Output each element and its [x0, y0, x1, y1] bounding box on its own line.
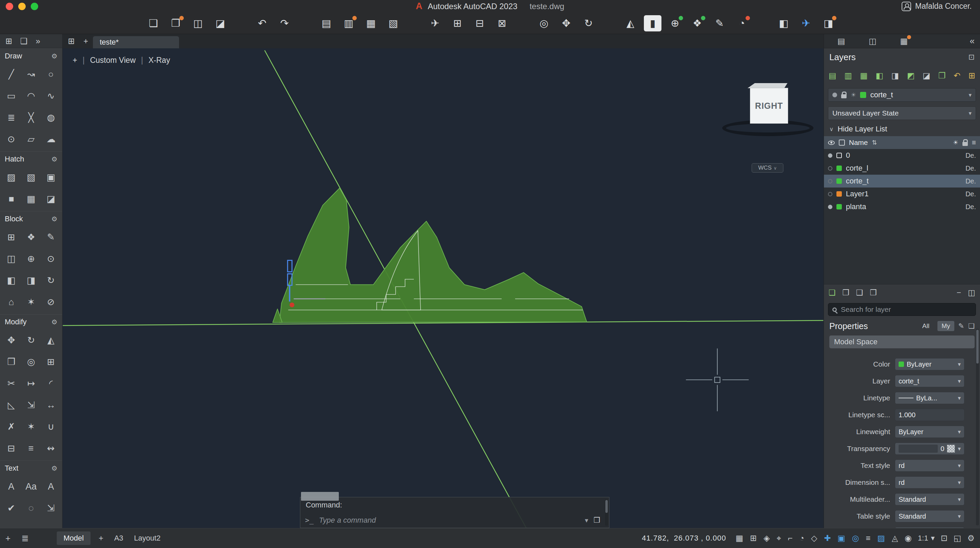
- property-value-control[interactable]: Standard ▾: [895, 510, 964, 523]
- layer-name[interactable]: 0: [846, 151, 961, 160]
- attach-reference[interactable]: ⊟: [471, 15, 488, 32]
- stretch-tool[interactable]: ↔: [46, 400, 56, 411]
- close-button[interactable]: [6, 3, 13, 10]
- line-tool[interactable]: ╱: [8, 69, 14, 80]
- redo[interactable]: ↷: [276, 15, 293, 32]
- layer-color-swatch[interactable]: [837, 191, 842, 197]
- 3d-object-snap[interactable]: ◉: [905, 534, 912, 543]
- gear-icon[interactable]: ⚙: [51, 52, 57, 60]
- layer-color-swatch[interactable]: [837, 204, 842, 209]
- polyline-tool[interactable]: ↝: [27, 69, 35, 80]
- measure[interactable]: ◭: [622, 15, 639, 32]
- single-text-tool[interactable]: Aa: [25, 481, 37, 492]
- save-drawing[interactable]: ◫: [189, 15, 207, 32]
- layer-color-swatch[interactable]: [837, 153, 842, 158]
- palette-tab-blocks[interactable]: ▦: [900, 37, 908, 46]
- section-header-hatch[interactable]: Hatch ⚙: [0, 152, 62, 167]
- collapse-panel-icon[interactable]: «: [970, 36, 975, 46]
- section-header-modify[interactable]: Modify ⚙: [0, 315, 62, 330]
- save-as[interactable]: ◪: [212, 15, 229, 32]
- fillet-tool[interactable]: ◜: [49, 378, 52, 389]
- view-grid-icon[interactable]: ⊞: [68, 37, 75, 46]
- spell-check-tool[interactable]: ✔: [8, 503, 15, 513]
- filter-my-button[interactable]: My: [937, 321, 954, 331]
- layer-match-icon[interactable]: ❐: [939, 71, 946, 80]
- layer-name[interactable]: Layer1: [846, 190, 961, 198]
- model-tab[interactable]: Model: [57, 531, 91, 545]
- quick-properties-icon[interactable]: ✎: [958, 322, 964, 330]
- palette-tab-layers[interactable]: ▤: [837, 37, 845, 46]
- user-account[interactable]: Mafalda Concer.: [902, 2, 980, 11]
- ortho-mode[interactable]: ⌐: [788, 534, 792, 543]
- annotation-scale-dropdown[interactable]: 1:1 ▾: [918, 534, 935, 543]
- new-layout-icon[interactable]: +: [99, 534, 103, 543]
- layer-freeze-icon[interactable]: ▦: [860, 71, 868, 80]
- separate-hatch-tool[interactable]: ◪: [47, 194, 56, 204]
- create-block-tool[interactable]: ❖: [27, 232, 35, 242]
- clean-screen-icon[interactable]: ◱: [954, 534, 961, 543]
- ellipse-tool[interactable]: ◍: [47, 112, 55, 123]
- layer-row[interactable]: planta De.: [824, 200, 980, 213]
- open-drawing[interactable]: ❐: [167, 15, 185, 32]
- viewport-menu-button[interactable]: +: [73, 56, 77, 65]
- layer-row[interactable]: 0 De.: [824, 149, 980, 162]
- solid-fill-tool[interactable]: ■: [8, 194, 14, 204]
- hatch-tool[interactable]: ▨: [7, 172, 16, 183]
- boundary-tool[interactable]: ▣: [47, 172, 56, 183]
- current-layer-dropdown[interactable]: ☀ corte_t ▾: [828, 88, 976, 102]
- section-header-text[interactable]: Text ⚙: [0, 461, 62, 476]
- edit-attribute-tool[interactable]: ◨: [27, 275, 35, 286]
- selection-cycling[interactable]: ◬: [892, 534, 898, 543]
- rotate-tool[interactable]: ↻: [27, 335, 35, 346]
- lineweight-display[interactable]: ≡: [866, 534, 870, 543]
- section-header-draw[interactable]: Draw ⚙: [0, 49, 62, 64]
- hamburger-menu-icon[interactable]: ≣: [21, 533, 29, 543]
- wcs-dropdown[interactable]: WCS ∨: [752, 163, 783, 173]
- zoom-window[interactable]: ◎: [535, 15, 553, 32]
- more-panels-icon[interactable]: »: [36, 37, 40, 46]
- property-value-control[interactable]: 0 ▾: [895, 443, 964, 455]
- column-menu-icon[interactable]: ≡: [972, 139, 976, 147]
- visual-styles[interactable]: ❖: [689, 15, 706, 32]
- quick-measure[interactable]: ▮: [644, 15, 662, 32]
- layer-name[interactable]: corte_l: [846, 164, 961, 173]
- property-value-control[interactable]: Standard ▾: [895, 493, 964, 505]
- workspace[interactable]: ◨: [819, 15, 837, 32]
- gear-icon[interactable]: ⚙: [51, 215, 57, 223]
- share[interactable]: ✈: [797, 15, 815, 32]
- pan[interactable]: ✥: [557, 15, 575, 32]
- drawing-canvas[interactable]: [62, 48, 824, 528]
- name-column-label[interactable]: Name: [849, 139, 868, 147]
- text-scale-tool[interactable]: ⇲: [47, 503, 55, 513]
- erase-tool[interactable]: ✗: [8, 421, 15, 432]
- field[interactable]: ⊠: [493, 15, 511, 32]
- multiline-tool[interactable]: ≣: [8, 112, 15, 123]
- dock-panel-icon[interactable]: ⊡: [969, 53, 975, 62]
- align-tool[interactable]: ≡: [29, 443, 34, 454]
- base-point-tool[interactable]: ⊙: [47, 253, 55, 264]
- block-editor[interactable]: ◧: [775, 15, 792, 32]
- layer-row[interactable]: corte_t De.: [824, 175, 980, 188]
- undo[interactable]: ↶: [253, 15, 271, 32]
- annotate[interactable]: ✎: [711, 15, 728, 32]
- new-tab-icon[interactable]: +: [83, 37, 88, 46]
- gear-icon[interactable]: ⚙: [51, 155, 57, 163]
- properties-scrollbar[interactable]: [976, 329, 979, 526]
- layer-color-swatch[interactable]: [837, 178, 842, 184]
- filter-all-button[interactable]: All: [918, 321, 933, 331]
- layer-walk-icon[interactable]: ⊞: [969, 71, 975, 80]
- text-style-tool[interactable]: A: [48, 481, 54, 492]
- explode-block-tool[interactable]: ✶: [27, 296, 35, 307]
- isometric-drafting[interactable]: ◇: [811, 534, 817, 543]
- gradient-tool[interactable]: ▧: [27, 172, 35, 183]
- define-attribute-tool[interactable]: ◧: [7, 275, 16, 286]
- palette-tab-sheets[interactable]: ◫: [869, 37, 877, 46]
- find-text-tool[interactable]: ◌: [29, 503, 34, 513]
- layer-status-dot[interactable]: [828, 205, 832, 209]
- mirror-tool[interactable]: ◭: [47, 335, 54, 346]
- maximize-button[interactable]: [31, 3, 38, 10]
- add-selected[interactable]: ⊕: [666, 15, 684, 32]
- layer-thaw-all-icon[interactable]: ◩: [907, 71, 915, 80]
- columns-icon[interactable]: ◫: [968, 288, 975, 297]
- drawing-tab-teste[interactable]: teste*: [93, 36, 179, 48]
